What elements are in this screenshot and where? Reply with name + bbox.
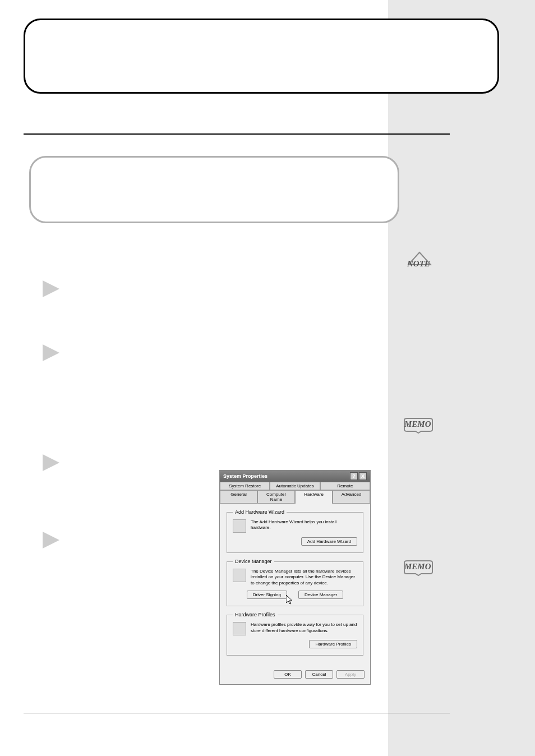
hw-prof-legend: Hardware Profiles <box>233 612 278 617</box>
step-arrow-icon <box>43 532 59 548</box>
step-arrow-icon <box>43 280 59 297</box>
add-hw-text: The Add Hardware Wizard helps you instal… <box>251 519 357 531</box>
add-hw-legend: Add Hardware Wizard <box>233 509 287 515</box>
tab-hardware[interactable]: Hardware <box>295 490 333 504</box>
help-icon[interactable]: ? <box>350 472 358 480</box>
memo-badge: MEMO <box>402 560 435 579</box>
close-icon[interactable]: X <box>359 472 367 480</box>
device-manager-group: Device Manager The Device Manager lists … <box>227 559 363 606</box>
dev-mgr-text: The Device Manager lists all the hardwar… <box>251 569 357 586</box>
dialog-titlebar[interactable]: System Properties ? X <box>220 471 370 482</box>
add-hardware-wizard-button[interactable]: Add Hardware Wizard <box>301 537 357 546</box>
add-hardware-wizard-group: Add Hardware Wizard The Add Hardware Wiz… <box>227 509 363 553</box>
step-arrow-icon <box>43 454 59 471</box>
section-rule-top <box>24 133 450 135</box>
tab-automatic-updates[interactable]: Automatic Updates <box>270 482 320 490</box>
memo-badge: MEMO <box>402 417 435 436</box>
driver-signing-button[interactable]: Driver Signing <box>247 591 287 599</box>
step-arrow-icon <box>43 344 59 361</box>
apply-button[interactable]: Apply <box>336 670 365 679</box>
dialog-title: System Properties <box>223 473 268 479</box>
system-properties-dialog: System Properties ? X System Restore Aut… <box>219 470 371 685</box>
dev-mgr-legend: Device Manager <box>233 559 274 564</box>
memo-label: MEMO <box>404 562 431 571</box>
hw-prof-text: Hardware profiles provide a way for you … <box>251 622 357 634</box>
tab-system-restore[interactable]: System Restore <box>220 482 270 490</box>
tab-row-front: General Computer Name Hardware Advanced <box>220 490 370 504</box>
hardware-profiles-button[interactable]: Hardware Profiles <box>309 640 357 648</box>
tab-general[interactable]: General <box>220 490 257 504</box>
hardware-tab-panel: Add Hardware Wizard The Add Hardware Wiz… <box>220 504 370 667</box>
hardware-profiles-group: Hardware Profiles Hardware profiles prov… <box>227 612 363 656</box>
tab-computer-name[interactable]: Computer Name <box>257 490 295 504</box>
tab-row-back: System Restore Automatic Updates Remote <box>220 482 370 490</box>
ok-button[interactable]: OK <box>274 670 302 679</box>
tab-remote[interactable]: Remote <box>320 482 370 490</box>
note-badge: NOTE <box>404 251 435 276</box>
cancel-button[interactable]: Cancel <box>305 670 333 679</box>
add-hardware-wizard-icon <box>233 519 246 533</box>
tab-advanced[interactable]: Advanced <box>333 490 370 504</box>
section-rule-bottom <box>24 713 450 713</box>
title-callout-box <box>24 19 499 94</box>
device-manager-button[interactable]: Device Manager <box>298 591 343 599</box>
page-sidebar-shading <box>388 0 535 756</box>
dialog-button-row: OK Cancel Apply <box>220 667 370 684</box>
hardware-profiles-icon <box>233 622 246 635</box>
memo-label: MEMO <box>404 420 431 429</box>
note-label: NOTE <box>407 259 430 269</box>
sub-callout-box <box>29 156 399 223</box>
device-manager-icon <box>233 569 246 582</box>
